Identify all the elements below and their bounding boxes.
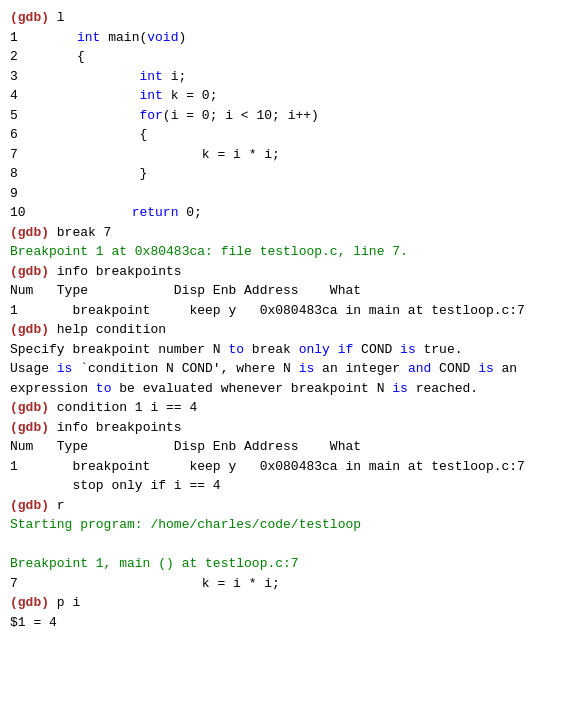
code-line-2: 2 { xyxy=(10,47,570,67)
help-line-1: Specify breakpoint number N to break onl… xyxy=(10,340,570,360)
code-line-7: 7 k = i * i; xyxy=(10,145,570,165)
table-row-condition: stop only if i == 4 xyxy=(10,476,570,496)
blank-line xyxy=(10,535,570,555)
table-row-1: 1 breakpoint keep y 0x080483ca in main a… xyxy=(10,301,570,321)
line-run: (gdb) r xyxy=(10,496,570,516)
code-line-9: 9 xyxy=(10,184,570,204)
code-line-4: 4 int k = 0; xyxy=(10,86,570,106)
terminal: (gdb) l 1 int main(void) 2 { 3 int i; 4 … xyxy=(0,0,580,724)
bp1-main: Breakpoint 1, main () at testloop.c:7 xyxy=(10,554,570,574)
code-line-8: 8 } xyxy=(10,164,570,184)
code-line-3: 3 int i; xyxy=(10,67,570,87)
code-line-6: 6 { xyxy=(10,125,570,145)
cmd-text: l xyxy=(57,8,65,28)
line-info-bp1: (gdb) info breakpoints xyxy=(10,262,570,282)
breakpoint-output: Breakpoint 1 at 0x80483ca: file testloop… xyxy=(10,242,570,262)
code-line-5: 5 for(i = 0; i < 10; i++) xyxy=(10,106,570,126)
print-result: $1 = 4 xyxy=(10,613,570,633)
line-info-bp2: (gdb) info breakpoints xyxy=(10,418,570,438)
line-condition: (gdb) condition 1 i == 4 xyxy=(10,398,570,418)
line-break7: (gdb) break 7 xyxy=(10,223,570,243)
help-line-2: Usage is `condition N COND', where N is … xyxy=(10,359,570,379)
code-line-10: 10 return 0; xyxy=(10,203,570,223)
line-gdb-l: (gdb) l xyxy=(10,8,570,28)
table-header-1: Num Type Disp Enb Address What xyxy=(10,281,570,301)
stop-only-text: stop only xyxy=(72,476,142,496)
table-header-2: Num Type Disp Enb Address What xyxy=(10,437,570,457)
line-help-condition: (gdb) help condition xyxy=(10,320,570,340)
table-row-2: 1 breakpoint keep y 0x080483ca in main a… xyxy=(10,457,570,477)
prompt: (gdb) xyxy=(10,8,57,28)
starting-program: Starting program: /home/charles/code/tes… xyxy=(10,515,570,535)
code-line-1: 1 int main(void) xyxy=(10,28,570,48)
code-line-7b: 7 k = i * i; xyxy=(10,574,570,594)
line-print-i: (gdb) p i xyxy=(10,593,570,613)
help-line-3: expression to be evaluated whenever brea… xyxy=(10,379,570,399)
